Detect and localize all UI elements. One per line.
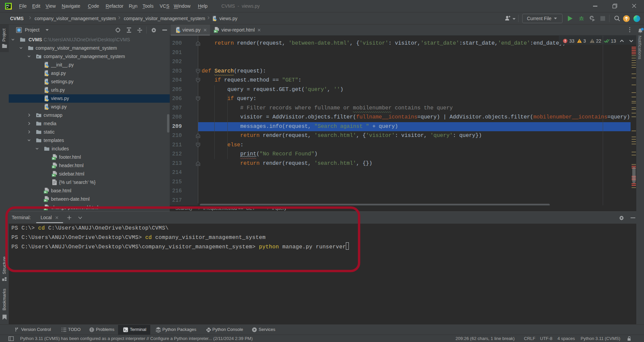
svg-text:H: H bbox=[214, 30, 216, 33]
svg-text:H: H bbox=[44, 191, 46, 194]
svg-text:H: H bbox=[44, 199, 46, 202]
svg-text:H: H bbox=[52, 165, 54, 168]
svg-text:H: H bbox=[52, 157, 54, 160]
svg-text:PC: PC bbox=[6, 4, 10, 7]
svg-text:H: H bbox=[52, 174, 54, 177]
